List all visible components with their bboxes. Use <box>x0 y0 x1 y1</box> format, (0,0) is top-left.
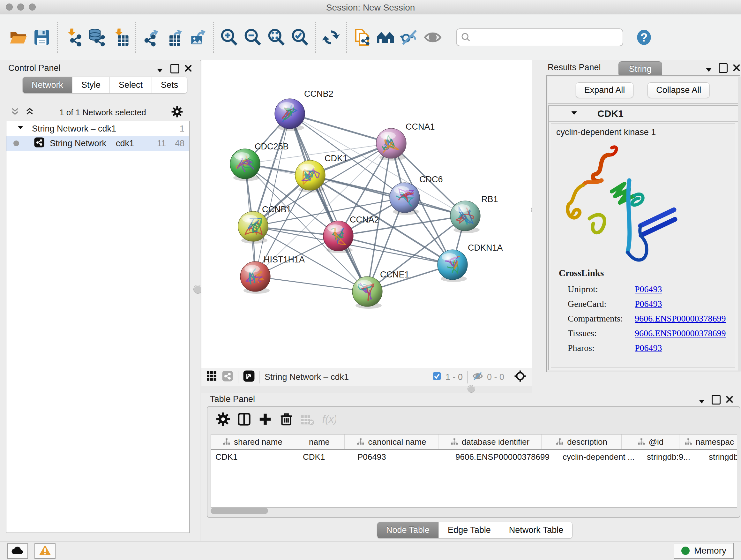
results-panel-collapse-icon[interactable] <box>704 66 713 75</box>
import-table-button[interactable] <box>108 22 132 53</box>
column-header-4[interactable]: description <box>542 435 622 449</box>
column-header-5[interactable]: @id <box>622 435 679 449</box>
results-panel-close-icon[interactable] <box>732 63 741 73</box>
tab-node-table[interactable]: Node Table <box>377 522 439 538</box>
string-glasses-toggle-button[interactable] <box>397 22 421 53</box>
node-HIST1H1A[interactable]: HIST1H1A <box>240 255 305 294</box>
grid-view-icon[interactable] <box>206 370 217 384</box>
column-header-3[interactable]: database identifier <box>439 435 542 449</box>
table-panel-collapse-icon[interactable] <box>697 397 706 407</box>
gene-header-row[interactable]: CDK1 <box>549 106 738 122</box>
table-cell[interactable]: CDK1 <box>211 452 298 462</box>
apply-layout-button[interactable] <box>319 22 343 53</box>
help-button[interactable]: ? <box>632 22 656 53</box>
table-settings-button[interactable] <box>212 409 233 430</box>
tab-sets[interactable]: Sets <box>152 77 187 93</box>
string-protein-query-button[interactable] <box>374 22 397 53</box>
delete-table-button[interactable] <box>297 409 318 430</box>
search-input[interactable] <box>471 32 619 43</box>
clone-network-button[interactable] <box>350 22 374 53</box>
control-panel-float-icon[interactable] <box>171 64 179 73</box>
hidden-counts: 0 - 0 <box>487 372 504 382</box>
crosslink-value-link[interactable]: P06493 <box>635 299 662 309</box>
crosshair-icon[interactable] <box>514 370 527 385</box>
export-table-button[interactable] <box>163 22 186 53</box>
node-CCNA1[interactable]: CCNA1 <box>376 122 435 161</box>
selected-checkbox-icon[interactable] <box>432 371 442 383</box>
control-panel-collapse-icon[interactable] <box>156 66 164 76</box>
node-RB1[interactable]: RB1 <box>450 194 498 233</box>
table-panel-float-icon[interactable] <box>712 395 721 405</box>
control-panel: Control Panel NetworkStyleSelectSets 1 o… <box>0 60 200 541</box>
network-type-icon <box>34 137 45 150</box>
node-label-HIST1H1A: HIST1H1A <box>264 255 305 264</box>
table-cell[interactable]: stringdb:9... <box>643 452 704 462</box>
results-scrollbar[interactable] <box>738 77 741 371</box>
table-hscrollbar-thumb[interactable] <box>211 508 268 514</box>
crosslink-value-link[interactable]: P06493 <box>635 343 662 353</box>
network-collection-row[interactable]: String Network – cdk1 1 <box>6 121 189 136</box>
birdseye-view-icon[interactable] <box>243 370 255 384</box>
collapse-all-button[interactable]: Collapse All <box>648 82 710 98</box>
cloud-button[interactable] <box>7 543 28 559</box>
table-cell[interactable]: P06493 <box>353 452 451 462</box>
collapse-all-networks-icon[interactable] <box>25 107 35 118</box>
import-network-button[interactable] <box>61 22 84 53</box>
zoom-in-button[interactable] <box>217 22 241 53</box>
network-canvas[interactable]: CCNB2 CCNA1 CDC25B CDK1 CDC6 RB1 CCNB1 C… <box>201 60 532 368</box>
column-header-2[interactable]: canonical name <box>345 435 439 449</box>
gene-collapse-icon[interactable] <box>570 109 578 118</box>
network-options-gear-icon[interactable] <box>171 106 183 119</box>
table-cell[interactable]: 9606.ENSP00000378699 <box>451 452 558 462</box>
network-view-icon[interactable] <box>222 370 233 384</box>
search-box[interactable] <box>456 28 623 46</box>
function-builder-button[interactable]: f(x) <box>318 409 339 430</box>
tab-edge-table[interactable]: Edge Table <box>439 522 500 538</box>
table-panel-close-icon[interactable] <box>725 395 734 405</box>
table-row[interactable]: CDK1CDK1P064939606.ENSP00000378699cyclin… <box>211 450 737 464</box>
save-session-button[interactable] <box>30 22 54 53</box>
tab-network[interactable]: Network <box>23 77 72 93</box>
results-panel-title: Results Panel <box>548 63 601 72</box>
tab-style[interactable]: Style <box>72 77 110 93</box>
hidden-eye-icon[interactable] <box>472 371 483 384</box>
node-CDC6[interactable]: CDC6 <box>390 175 443 215</box>
crosslink-value-link[interactable]: 9606.ENSP00000378699 <box>635 314 726 324</box>
table-cell[interactable]: CDK1 <box>298 452 353 462</box>
show-graphics-details-button[interactable] <box>421 22 445 53</box>
memory-button[interactable]: Memory <box>674 543 734 559</box>
crosslink-value-link[interactable]: 9606.ENSP00000378699 <box>635 328 726 338</box>
delete-column-button[interactable] <box>276 409 297 430</box>
export-image-button[interactable] <box>186 22 210 53</box>
open-session-button[interactable] <box>6 22 30 53</box>
network-row[interactable]: String Network – cdk1 11 48 <box>6 136 189 151</box>
column-header-6[interactable]: namespac <box>679 435 737 449</box>
create-column-button[interactable] <box>255 409 276 430</box>
expand-all-button[interactable]: Expand All <box>576 82 634 98</box>
tab-select[interactable]: Select <box>110 77 152 93</box>
control-panel-close-icon[interactable] <box>184 64 193 74</box>
show-columns-button[interactable] <box>233 409 255 430</box>
crosslink-value-link[interactable]: P06493 <box>635 284 662 294</box>
node-label-CCNE1: CCNE1 <box>380 270 409 279</box>
expand-all-networks-icon[interactable] <box>10 107 20 118</box>
zoom-out-button[interactable] <box>241 22 265 53</box>
import-network-database-button[interactable] <box>84 22 108 53</box>
column-header-0[interactable]: shared name <box>211 435 294 449</box>
collection-count: 1 <box>180 124 185 134</box>
export-network-button[interactable] <box>139 22 163 53</box>
bottom-splitter-handle[interactable] <box>468 385 475 393</box>
zoom-selected-button[interactable] <box>288 22 312 53</box>
column-header-1[interactable]: name <box>294 435 345 449</box>
table-cell[interactable]: stringdb <box>704 452 737 462</box>
node-label-CCNB2: CCNB2 <box>304 89 333 99</box>
toolbar-separator <box>213 22 214 53</box>
warnings-button[interactable] <box>35 543 56 559</box>
results-tab-string[interactable]: String <box>618 61 662 77</box>
zoom-fit-button[interactable] <box>265 22 288 53</box>
tab-network-table[interactable]: Network Table <box>500 522 572 538</box>
node-CDKN1A[interactable]: CDKN1A <box>437 243 503 282</box>
collection-expand-icon[interactable] <box>17 124 24 134</box>
results-panel-float-icon[interactable] <box>719 63 728 73</box>
table-cell[interactable]: cyclin-dependent ... <box>558 452 643 462</box>
